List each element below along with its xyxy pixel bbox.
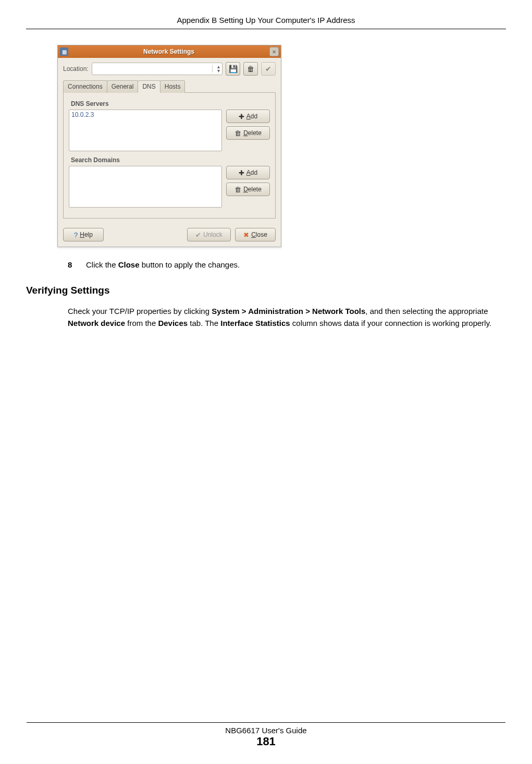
tab-dns[interactable]: DNS: [138, 80, 160, 93]
footer-text: NBG6617 User's Guide: [0, 726, 532, 735]
network-settings-dialog: ▦ Network Settings ✕ Location: ▴▾ 💾 🗑 ✔ …: [57, 45, 281, 247]
unlock-button[interactable]: ✔Unlock: [187, 228, 231, 241]
tab-connections[interactable]: Connections: [63, 80, 107, 93]
check-icon: ✔: [195, 231, 201, 239]
window-close-icon[interactable]: ✕: [269, 47, 279, 56]
dns-entry[interactable]: 10.0.2.3: [71, 111, 219, 118]
trash-icon: 🗑: [234, 129, 241, 137]
page-number: 181: [0, 735, 532, 748]
help-button[interactable]: ?Help: [63, 228, 104, 241]
delete-location-button[interactable]: 🗑: [243, 62, 258, 76]
plus-icon: ✚: [239, 113, 244, 120]
dns-delete-button[interactable]: 🗑Delete: [226, 126, 270, 140]
page-footer: NBG6617 User's Guide 181: [0, 722, 532, 748]
dns-servers-label: DNS Servers: [71, 100, 270, 107]
trash-icon: 🗑: [234, 186, 241, 193]
section-heading: Verifying Settings: [26, 285, 506, 296]
search-add-button[interactable]: ✚Add: [226, 166, 270, 179]
dns-servers-list[interactable]: 10.0.2.3: [69, 110, 222, 151]
plus-icon: ✚: [239, 169, 244, 177]
tab-hosts[interactable]: Hosts: [160, 80, 185, 93]
dns-add-button[interactable]: ✚AAdddd: [226, 110, 270, 123]
search-domains-list[interactable]: [69, 166, 222, 208]
apply-button[interactable]: ✔: [261, 62, 276, 76]
dns-tab-content: DNS Servers 10.0.2.3 ✚AAdddd 🗑Delete Sea…: [63, 93, 276, 219]
check-icon: ✔: [265, 65, 271, 73]
step-text: Click the Close button to apply the chan…: [86, 260, 506, 269]
titlebar: ▦ Network Settings ✕: [58, 45, 281, 58]
floppy-icon: 💾: [229, 65, 238, 73]
page-header: Appendix B Setting Up Your Computer's IP…: [26, 16, 506, 29]
window-title: Network Settings: [68, 48, 269, 55]
trash-icon: 🗑: [247, 65, 254, 73]
app-icon: ▦: [60, 47, 68, 56]
verify-paragraph: Check your TCP/IP properties by clicking…: [68, 306, 506, 329]
save-location-button[interactable]: 💾: [226, 62, 240, 76]
search-domains-label: Search Domains: [71, 156, 270, 164]
search-delete-button[interactable]: 🗑Delete: [226, 183, 270, 196]
tab-bar: Connections General DNS Hosts: [63, 80, 276, 93]
location-label: Location:: [63, 65, 89, 72]
step-8: 8 Click the Close button to apply the ch…: [68, 260, 506, 269]
tab-general[interactable]: General: [107, 80, 139, 93]
step-number: 8: [68, 260, 86, 269]
close-button[interactable]: ✖Close: [235, 228, 276, 241]
help-icon: ?: [74, 231, 78, 239]
location-combo[interactable]: ▴▾: [92, 63, 222, 75]
close-icon: ✖: [243, 231, 249, 239]
